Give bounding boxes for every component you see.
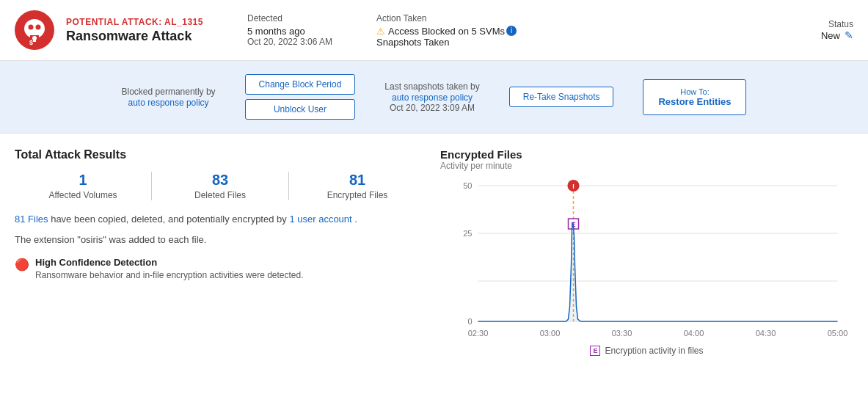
svg-text:I: I: [572, 183, 575, 190]
chart-title: Encrypted Files: [440, 148, 853, 161]
action-banner: Blocked permanently by auto response pol…: [0, 61, 868, 134]
error-icon: 🔴: [15, 258, 29, 272]
attack-name: Ransomware Attack: [66, 29, 203, 44]
how-to-label: How To:: [658, 87, 731, 96]
affected-volumes-stat: 1 Affected Volumes: [15, 172, 151, 200]
snapshot-label: Last snapshots taken by: [384, 81, 479, 92]
blocked-link[interactable]: auto response policy: [128, 98, 209, 108]
ransomware-icon: $: [15, 10, 54, 50]
svg-rect-7: [29, 33, 40, 35]
svg-text:$: $: [29, 39, 33, 46]
how-to-button[interactable]: How To: Restore Entities: [643, 79, 746, 115]
stats-row: 1 Affected Volumes 83 Deleted Files 81 E…: [15, 172, 426, 200]
svg-rect-9: [33, 38, 36, 42]
svg-text:03:00: 03:00: [540, 329, 561, 338]
snapshots-taken: Snapshots Taken: [376, 37, 517, 48]
svg-text:25: 25: [463, 229, 472, 238]
deleted-files-stat: 83 Deleted Files: [151, 172, 288, 200]
description: 81 Files have been copied, deleted, and …: [15, 212, 426, 227]
detected-section: Detected 5 months ago Oct 20, 2022 3:06 …: [247, 13, 332, 47]
chart-svg: 50 25 0 02:30 03:00 03:30 04:00 04:30 05…: [440, 178, 853, 340]
confidence-desc: Ransomware behavior and in-file encrypti…: [35, 270, 304, 280]
status-value: New: [821, 30, 840, 41]
legend-text: Encryption activity in files: [605, 346, 703, 356]
chart-legend: E Encryption activity in files: [440, 346, 853, 356]
header-title-block: POTENTIAL ATTACK: AL_1315 Ransomware Att…: [66, 17, 203, 44]
status-label: Status: [821, 19, 853, 29]
chart-subtitle: Activity per minute: [440, 161, 853, 171]
svg-marker-29: [478, 222, 838, 321]
extension-note: The extension "osiris" was added to each…: [15, 234, 426, 245]
status-section: Status New ✎: [821, 19, 853, 41]
snapshot-date: Oct 20, 2022 3:09 AM: [384, 103, 479, 113]
detected-label: Detected: [247, 13, 332, 23]
blocked-label: Blocked permanently by: [122, 87, 216, 97]
encrypted-files-label: Encrypted Files: [296, 190, 418, 200]
encrypted-files-count: 81: [296, 172, 418, 189]
detected-date: Oct 20, 2022 3:06 AM: [247, 37, 332, 47]
svg-text:05:00: 05:00: [828, 329, 848, 338]
svg-text:04:00: 04:00: [684, 329, 704, 338]
description-middle: have been copied, deleted, and potential…: [51, 214, 289, 225]
retake-snapshots-button[interactable]: Re-Take Snapshots: [509, 87, 614, 107]
detected-time: 5 months ago: [247, 26, 332, 37]
edit-icon[interactable]: ✎: [845, 29, 853, 41]
svg-point-2: [29, 25, 34, 30]
confidence-section: 🔴 High Confidence Detection Ransomware b…: [15, 257, 426, 280]
confidence-content: High Confidence Detection Ransomware beh…: [35, 257, 304, 280]
files-link[interactable]: 81 Files: [15, 214, 48, 225]
chart-area: 50 25 0 02:30 03:00 03:30 04:00 04:30 05…: [440, 178, 853, 340]
unblock-user-button[interactable]: Unblock User: [245, 99, 356, 120]
deleted-files-count: 83: [159, 172, 281, 189]
snapshot-info: Last snapshots taken by auto response po…: [384, 81, 479, 113]
right-panel: Encrypted Files Activity per minute 50 2…: [440, 148, 853, 356]
page-header: $ POTENTIAL ATTACK: AL_1315 Ransomware A…: [0, 0, 868, 61]
access-blocked-text: Access Blocked on 5 SVMs: [388, 26, 505, 37]
action-taken-section: Action Taken ⚠ Access Blocked on 5 SVMs …: [376, 13, 517, 48]
svg-text:03:30: 03:30: [612, 329, 632, 338]
snapshot-link[interactable]: auto response policy: [392, 92, 473, 103]
svg-text:04:30: 04:30: [756, 329, 776, 338]
confidence-title: High Confidence Detection: [35, 257, 304, 268]
svg-text:0: 0: [467, 317, 472, 326]
potential-attack-label: POTENTIAL ATTACK: AL_1315: [66, 17, 203, 27]
panel-title: Total Attack Results: [15, 148, 426, 161]
svg-text:50: 50: [463, 181, 472, 190]
affected-volumes-label: Affected Volumes: [22, 190, 144, 200]
encrypted-files-stat: 81 Encrypted Files: [288, 172, 426, 200]
svg-text:02:30: 02:30: [468, 329, 489, 338]
description-suffix: .: [354, 214, 357, 225]
svg-point-3: [36, 25, 41, 30]
legend-box: E: [590, 346, 600, 356]
restore-label: Restore Entities: [658, 96, 731, 107]
warning-icon: ⚠: [376, 26, 385, 37]
deleted-files-label: Deleted Files: [159, 190, 281, 200]
change-block-period-button[interactable]: Change Block Period: [245, 74, 356, 95]
main-content: Total Attack Results 1 Affected Volumes …: [0, 134, 868, 371]
user-account-link[interactable]: 1 user account: [289, 214, 351, 225]
blocked-info: Blocked permanently by auto response pol…: [122, 87, 216, 108]
action-taken-label: Action Taken: [376, 13, 517, 23]
info-icon[interactable]: i: [506, 26, 517, 36]
banner-action-buttons: Change Block Period Unblock User: [245, 74, 356, 120]
left-panel: Total Attack Results 1 Affected Volumes …: [15, 148, 426, 356]
affected-volumes-count: 1: [22, 172, 144, 189]
